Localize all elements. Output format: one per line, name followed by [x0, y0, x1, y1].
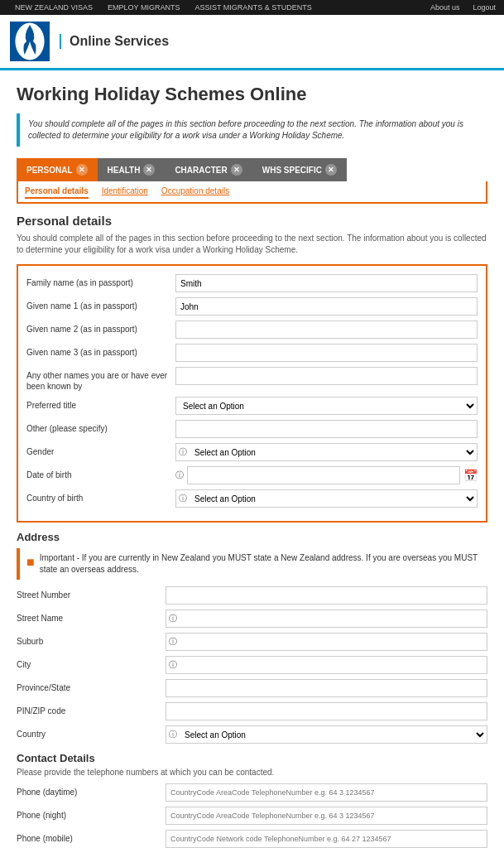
gender-row: Gender Select an Option Male Female — [26, 443, 478, 461]
suburb-info-icon: ⓘ — [169, 636, 177, 648]
dob-label: Date of birth — [26, 466, 175, 480]
tab-health[interactable]: HEALTH ✕ — [98, 158, 166, 181]
nav-assist-migrants[interactable]: ASSIST MIGRANTS & STUDENTS — [194, 3, 311, 12]
tab-health-label: HEALTH — [108, 166, 141, 175]
country-birth-select[interactable]: Select an Option — [175, 489, 478, 508]
given-name2-label: Given name 2 (as in passport) — [26, 320, 175, 335]
province-input[interactable] — [166, 679, 487, 697]
suburb-field: ⓘ — [166, 633, 487, 651]
main-content: Working Holiday Schemes Online You shoul… — [0, 70, 504, 848]
dob-row: Date of birth ⓘ 📅 — [26, 466, 478, 484]
phone-daytime-row: Phone (daytime) — [17, 783, 487, 802]
preferred-title-select[interactable]: Select an Option Mr Mrs Miss Ms Dr — [175, 397, 478, 415]
address-section: Address ■ Important - If you are current… — [17, 531, 487, 744]
family-name-label: Family name (as in passport) — [26, 274, 175, 288]
country-row: Country Select an Option — [17, 725, 487, 744]
suburb-label: Suburb — [17, 633, 166, 647]
province-field — [166, 679, 487, 697]
family-name-row: Family name (as in passport) — [26, 274, 478, 292]
other-names-input[interactable] — [175, 367, 478, 385]
phone-daytime-field — [166, 783, 487, 802]
top-nav-links: NEW ZEALAND VISAS EMPLOY MIGRANTS ASSIST… — [8, 3, 312, 12]
page-title: Working Holiday Schemes Online — [17, 84, 487, 105]
nav-employ-migrants[interactable]: EMPLOY MIGRANTS — [108, 3, 180, 12]
other-names-field — [175, 367, 478, 385]
tab-whs-label: WHS SPECIFIC — [262, 166, 322, 175]
given-name3-row: Given name 3 (as in passport) — [26, 344, 478, 362]
country-birth-field: Select an Option — [175, 489, 478, 508]
preferred-title-label: Preferred title — [26, 397, 175, 411]
pinzip-label: PIN/ZIP code — [17, 702, 166, 716]
street-name-label: Street Name — [17, 610, 166, 624]
other-specify-row: Other (please specify) — [26, 420, 478, 438]
given-name1-input[interactable] — [175, 297, 478, 316]
subtab-personal-details[interactable]: Personal details — [25, 185, 89, 199]
gender-select[interactable]: Select an Option Male Female — [175, 443, 478, 461]
tab-character-label: CHARACTER — [175, 166, 227, 175]
header-title: Online Services — [60, 34, 169, 49]
other-names-label: Any other names you are or have ever bee… — [26, 367, 175, 392]
header: Online Services — [0, 15, 504, 70]
given-name3-label: Given name 3 (as in passport) — [26, 344, 175, 358]
country-field: Select an Option — [166, 725, 487, 744]
pinzip-row: PIN/ZIP code — [17, 702, 487, 720]
family-name-input[interactable] — [175, 274, 478, 292]
city-row: City ⓘ — [17, 656, 487, 674]
preferred-title-row: Preferred title Select an Option Mr Mrs … — [26, 397, 478, 415]
nav-nz-visas[interactable]: NEW ZEALAND VISAS — [15, 3, 93, 12]
other-specify-input[interactable] — [175, 420, 478, 438]
tab-health-close[interactable]: ✕ — [143, 164, 155, 176]
city-field: ⓘ — [166, 656, 487, 674]
address-title: Address — [17, 531, 487, 543]
nav-about[interactable]: About us — [430, 3, 460, 12]
phone-night-input[interactable] — [166, 807, 487, 825]
tab-whs-close[interactable]: ✕ — [325, 164, 337, 176]
tab-personal[interactable]: PERSONAL ✕ — [17, 158, 98, 181]
address-important-text: Important - If you are currently in New … — [40, 552, 481, 576]
subtab-identification[interactable]: Identification — [102, 185, 148, 199]
country-birth-label: Country of birth — [26, 489, 175, 504]
phone-mobile-row: Phone (mobile) — [17, 830, 487, 848]
contact-title: Contact Details — [17, 752, 487, 764]
given-name2-row: Given name 2 (as in passport) — [26, 320, 478, 339]
tab-character-close[interactable]: ✕ — [231, 164, 242, 176]
street-name-field: ⓘ — [166, 610, 487, 628]
dob-input[interactable] — [187, 466, 460, 484]
country-label: Country — [17, 725, 166, 740]
given-name3-field — [175, 344, 478, 362]
nav-logout[interactable]: Logout — [473, 3, 496, 12]
tab-navigation: PERSONAL ✕ HEALTH ✕ CHARACTER ✕ WHS SPEC… — [17, 158, 487, 181]
province-row: Province/State — [17, 679, 487, 697]
calendar-icon[interactable]: 📅 — [463, 469, 478, 482]
phone-mobile-field — [166, 830, 487, 848]
tab-whs-specific[interactable]: WHS SPECIFIC ✕ — [252, 158, 347, 181]
street-number-input[interactable] — [166, 586, 487, 605]
top-nav-right: About us Logout — [424, 3, 496, 12]
given-name1-row: Given name 1 (as in passport) — [26, 297, 478, 316]
province-label: Province/State — [17, 679, 166, 693]
dob-info-icon: ⓘ — [175, 470, 184, 481]
given-name3-input[interactable] — [175, 344, 478, 362]
tab-character[interactable]: CHARACTER ✕ — [165, 158, 252, 181]
section-description: You should complete all of the pages in … — [17, 233, 487, 256]
info-box: You should complete all of the pages in … — [17, 113, 487, 147]
city-input[interactable] — [166, 656, 487, 674]
given-name2-input[interactable] — [175, 320, 478, 339]
tab-personal-label: PERSONAL — [26, 166, 73, 175]
suburb-input[interactable] — [166, 633, 487, 651]
city-label: City — [17, 656, 166, 670]
other-specify-label: Other (please specify) — [26, 420, 175, 434]
tab-personal-close[interactable]: ✕ — [76, 164, 88, 176]
phone-mobile-input[interactable] — [166, 830, 487, 848]
preferred-title-field: Select an Option Mr Mrs Miss Ms Dr — [175, 397, 478, 415]
subtab-occupation[interactable]: Occupation details — [161, 185, 229, 199]
pinzip-input[interactable] — [166, 702, 487, 720]
other-specify-field — [175, 420, 478, 438]
country-birth-row: Country of birth Select an Option — [26, 489, 478, 508]
other-names-row: Any other names you are or have ever bee… — [26, 367, 478, 392]
country-select[interactable]: Select an Option — [166, 725, 487, 744]
street-name-input[interactable] — [166, 610, 487, 628]
nz-logo — [10, 22, 50, 61]
phone-daytime-input[interactable] — [166, 783, 487, 802]
personal-details-form: Family name (as in passport) Given name … — [17, 264, 487, 523]
